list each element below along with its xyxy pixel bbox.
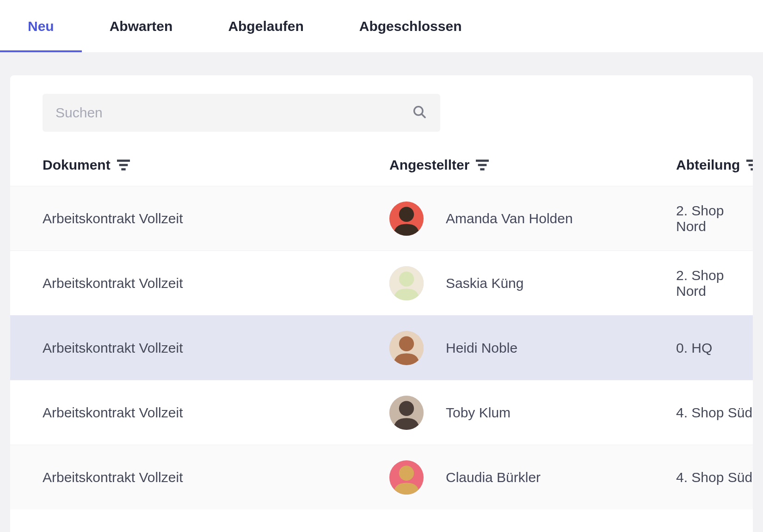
content-panel: Dokument Angestellter bbox=[10, 75, 753, 532]
employee-name: Saskia Küng bbox=[446, 275, 523, 291]
tab-abgelaufen[interactable]: Abgelaufen bbox=[200, 0, 331, 52]
avatar bbox=[389, 331, 424, 365]
avatar bbox=[389, 396, 424, 430]
cell-department: 2. Shop Nord bbox=[676, 203, 753, 234]
search-input[interactable] bbox=[55, 105, 412, 121]
svg-rect-2 bbox=[117, 159, 130, 162]
cell-department: 0. HQ bbox=[676, 340, 753, 356]
tab-neu[interactable]: Neu bbox=[0, 0, 82, 52]
cell-employee: Heidi Noble bbox=[389, 331, 676, 365]
avatar bbox=[389, 266, 424, 300]
svg-rect-10 bbox=[751, 168, 753, 171]
filter-icon[interactable] bbox=[746, 159, 753, 171]
cell-department: 4. Shop Süd bbox=[676, 405, 753, 421]
col-employee[interactable]: Angestellter bbox=[389, 157, 676, 173]
col-document-label: Dokument bbox=[43, 157, 111, 173]
cell-department: 2. Shop Nord bbox=[676, 268, 753, 299]
cell-document: Arbeitskontrakt Vollzeit bbox=[43, 340, 389, 356]
col-document[interactable]: Dokument bbox=[43, 157, 389, 173]
filter-icon[interactable] bbox=[476, 159, 489, 171]
table-row[interactable]: Arbeitskontrakt Vollzeit Claudia Bürkler… bbox=[10, 445, 753, 509]
cell-employee: Amanda Van Holden bbox=[389, 202, 676, 236]
table-header: Dokument Angestellter bbox=[10, 157, 753, 186]
table-row[interactable]: Arbeitskontrakt Vollzeit Saskia Küng2. S… bbox=[10, 251, 753, 315]
svg-rect-8 bbox=[746, 159, 753, 162]
svg-line-1 bbox=[422, 114, 425, 118]
employee-name: Amanda Van Holden bbox=[446, 211, 573, 226]
avatar bbox=[389, 460, 424, 495]
cell-document: Arbeitskontrakt Vollzeit bbox=[43, 470, 389, 485]
cell-document: Arbeitskontrakt Vollzeit bbox=[43, 211, 389, 226]
col-employee-label: Angestellter bbox=[389, 157, 469, 173]
svg-point-20 bbox=[399, 465, 414, 480]
table-row[interactable]: Arbeitskontrakt Vollzeit Toby Klum4. Sho… bbox=[10, 380, 753, 445]
cell-employee: Claudia Bürkler bbox=[389, 460, 676, 495]
svg-rect-4 bbox=[121, 168, 125, 171]
svg-rect-6 bbox=[478, 164, 487, 166]
svg-rect-3 bbox=[119, 164, 128, 166]
tab-abwarten[interactable]: Abwarten bbox=[82, 0, 201, 52]
table-row[interactable]: Arbeitskontrakt Vollzeit Amanda Van Hold… bbox=[10, 186, 753, 251]
search-icon[interactable] bbox=[412, 104, 427, 122]
svg-rect-7 bbox=[480, 168, 485, 171]
svg-point-12 bbox=[399, 207, 414, 221]
col-department-label: Abteilung bbox=[676, 157, 740, 173]
svg-rect-5 bbox=[476, 159, 489, 162]
employee-name: Toby Klum bbox=[446, 405, 511, 421]
search-wrap bbox=[43, 94, 440, 132]
filter-icon[interactable] bbox=[117, 159, 130, 171]
documents-table: Dokument Angestellter bbox=[10, 157, 753, 509]
employee-name: Heidi Noble bbox=[446, 340, 517, 356]
svg-point-14 bbox=[399, 271, 414, 286]
col-department[interactable]: Abteilung bbox=[676, 157, 753, 173]
employee-name: Claudia Bürkler bbox=[446, 470, 541, 485]
cell-document: Arbeitskontrakt Vollzeit bbox=[43, 275, 389, 291]
svg-rect-9 bbox=[749, 164, 753, 166]
cell-department: 4. Shop Süd bbox=[676, 470, 753, 485]
cell-document: Arbeitskontrakt Vollzeit bbox=[43, 405, 389, 421]
table-row[interactable]: Arbeitskontrakt Vollzeit Heidi Noble0. H… bbox=[10, 315, 753, 380]
cell-employee: Saskia Küng bbox=[389, 266, 676, 300]
tabs-bar: Neu Abwarten Abgelaufen Abgeschlossen bbox=[0, 0, 763, 52]
svg-point-18 bbox=[399, 401, 414, 416]
tab-abgeschlossen[interactable]: Abgeschlossen bbox=[332, 0, 490, 52]
svg-point-16 bbox=[399, 336, 414, 351]
cell-employee: Toby Klum bbox=[389, 396, 676, 430]
avatar bbox=[389, 202, 424, 236]
